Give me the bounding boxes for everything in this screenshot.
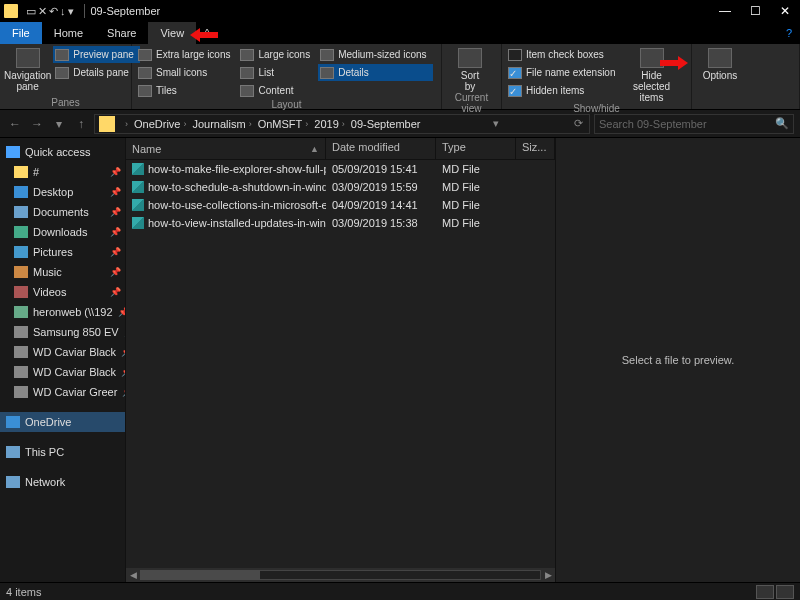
sidebar-quick-access[interactable]: Quick access xyxy=(0,142,125,162)
pin-icon: 📌 xyxy=(110,167,121,177)
details-view-button[interactable] xyxy=(756,585,774,599)
star-icon xyxy=(6,146,20,158)
crumb-journalism[interactable]: Journalism› xyxy=(189,118,254,130)
help-icon[interactable]: ? xyxy=(778,22,800,44)
options-button[interactable]: Options xyxy=(696,46,744,108)
preview-pane-button[interactable]: Preview pane xyxy=(53,46,140,63)
sidebar-item-drive[interactable]: WD Caviar Black📌 xyxy=(0,362,125,382)
sidebar-network[interactable]: Network xyxy=(0,472,125,492)
qat-properties-icon[interactable]: ▭ xyxy=(26,5,36,18)
maximize-button[interactable]: ☐ xyxy=(740,0,770,22)
sidebar-item-drive[interactable]: Samsung 850 EV📌 xyxy=(0,322,125,342)
refresh-button[interactable]: ⟳ xyxy=(568,117,589,130)
sidebar-this-pc[interactable]: This PC xyxy=(0,442,125,462)
file-name-extensions-label: File name extension xyxy=(526,67,616,78)
sidebar-item-desktop[interactable]: Desktop📌 xyxy=(0,182,125,202)
drive-icon xyxy=(14,366,28,378)
tab-file[interactable]: File xyxy=(0,22,42,44)
scroll-thumb[interactable] xyxy=(140,570,260,580)
view-mode-switcher xyxy=(756,585,794,599)
header-name[interactable]: Name▲ xyxy=(126,138,326,159)
sidebar-item-downloads[interactable]: Downloads📌 xyxy=(0,222,125,242)
search-input[interactable]: Search 09-September 🔍 xyxy=(594,114,794,134)
qat-new-folder-icon[interactable]: ✕ xyxy=(38,5,47,18)
hidden-items[interactable]: ✓Hidden items xyxy=(506,82,622,99)
crumb-09-september[interactable]: 09-September xyxy=(348,118,424,130)
address-bar: ← → ▾ ↑ › OneDrive› Journalism› OnMSFT› … xyxy=(0,110,800,138)
options-label: Options xyxy=(703,70,737,81)
details-pane-label: Details pane xyxy=(73,67,129,78)
qat-dropdown-icon[interactable]: ▾ xyxy=(68,5,74,18)
details-pane-button[interactable]: Details pane xyxy=(53,64,140,81)
file-row[interactable]: how-to-schedule-a-shutdown-in-windo...03… xyxy=(126,178,555,196)
sidebar-item[interactable]: #📌 xyxy=(0,162,125,182)
sidebar-item-pictures[interactable]: Pictures📌 xyxy=(0,242,125,262)
crumb-2019[interactable]: 2019› xyxy=(311,118,347,130)
title-bar: ▭ ✕ ↶ ↓ ▾ 09-September — ☐ ✕ xyxy=(0,0,800,22)
sidebar-item-drive[interactable]: WD Caviar Black📌 xyxy=(0,342,125,362)
pictures-icon xyxy=(14,246,28,258)
file-list[interactable]: Name▲ Date modified Type Siz... how-to-m… xyxy=(125,138,555,582)
up-button[interactable]: ↑ xyxy=(72,117,90,131)
navigation-pane-icon xyxy=(16,48,40,68)
layout-details[interactable]: Details xyxy=(318,64,432,81)
file-row[interactable]: how-to-use-collections-in-microsoft-ed..… xyxy=(126,196,555,214)
hidden-items-label: Hidden items xyxy=(526,85,584,96)
header-date[interactable]: Date modified xyxy=(326,138,436,159)
breadcrumb[interactable]: › OneDrive› Journalism› OnMSFT› 2019› 09… xyxy=(94,114,590,134)
item-check-boxes[interactable]: Item check boxes xyxy=(506,46,622,63)
desktop-icon xyxy=(14,186,28,198)
forward-button[interactable]: → xyxy=(28,117,46,131)
qat-undo-icon[interactable]: ↶ xyxy=(49,5,58,18)
hide-selected-label: Hide selected items xyxy=(624,70,680,103)
downloads-icon xyxy=(14,226,28,238)
sidebar-item-videos[interactable]: Videos📌 xyxy=(0,282,125,302)
sidebar-item-drive[interactable]: WD Caviar Greer📌 xyxy=(0,382,125,402)
file-row[interactable]: how-to-view-installed-updates-in-windo..… xyxy=(126,214,555,232)
minimize-button[interactable]: — xyxy=(710,0,740,22)
layout-small[interactable]: Small icons xyxy=(136,64,236,81)
header-size[interactable]: Siz... xyxy=(516,138,555,159)
window-controls: — ☐ ✕ xyxy=(710,0,800,22)
crumb-onedrive[interactable]: OneDrive› xyxy=(131,118,189,130)
thumbnails-view-button[interactable] xyxy=(776,585,794,599)
back-button[interactable]: ← xyxy=(6,117,24,131)
crumb-root[interactable]: › xyxy=(119,119,131,129)
annotation-arrow-options xyxy=(660,56,688,70)
breadcrumb-dropdown[interactable]: ▾ xyxy=(487,117,505,130)
group-options: Options xyxy=(692,44,800,109)
tab-view[interactable]: View xyxy=(148,22,196,44)
tab-home[interactable]: Home xyxy=(42,22,95,44)
music-icon xyxy=(14,266,28,278)
scroll-right-arrow[interactable]: ▶ xyxy=(541,568,555,582)
crumb-onmsft[interactable]: OnMSFT› xyxy=(255,118,312,130)
navigation-pane[interactable]: Quick access #📌 Desktop📌 Documents📌 Down… xyxy=(0,138,125,582)
qat-redo-icon[interactable]: ↓ xyxy=(60,5,66,18)
hide-selected-button[interactable]: Hide selected items xyxy=(624,46,680,103)
sidebar-item-network-drive[interactable]: heronweb (\\192📌 xyxy=(0,302,125,322)
column-headers[interactable]: Name▲ Date modified Type Siz... xyxy=(126,138,555,160)
horizontal-scrollbar[interactable]: ◀ ▶ xyxy=(126,568,555,582)
close-button[interactable]: ✕ xyxy=(770,0,800,22)
layout-tiles[interactable]: Tiles xyxy=(136,82,236,99)
sort-icon xyxy=(458,48,482,68)
layout-content[interactable]: Content xyxy=(238,82,316,99)
file-name-extensions[interactable]: ✓File name extension xyxy=(506,64,622,81)
layout-medium[interactable]: Medium-sized icons xyxy=(318,46,432,63)
layout-list[interactable]: List xyxy=(238,64,316,81)
recent-locations[interactable]: ▾ xyxy=(50,117,68,131)
header-type[interactable]: Type xyxy=(436,138,516,159)
navigation-pane-button[interactable]: Navigation pane xyxy=(4,46,51,97)
layout-extra-large[interactable]: Extra large icons xyxy=(136,46,236,63)
sidebar-item-documents[interactable]: Documents📌 xyxy=(0,202,125,222)
documents-icon xyxy=(14,206,28,218)
sidebar-onedrive[interactable]: OneDrive xyxy=(0,412,125,432)
layout-large[interactable]: Large icons xyxy=(238,46,316,63)
tab-share[interactable]: Share xyxy=(95,22,148,44)
scroll-left-arrow[interactable]: ◀ xyxy=(126,568,140,582)
details-icon xyxy=(320,67,334,79)
sidebar-item-music[interactable]: Music📌 xyxy=(0,262,125,282)
sort-by-button[interactable]: Sort by xyxy=(446,46,494,92)
file-row[interactable]: how-to-make-file-explorer-show-full-pa..… xyxy=(126,160,555,178)
drive-icon xyxy=(14,346,28,358)
